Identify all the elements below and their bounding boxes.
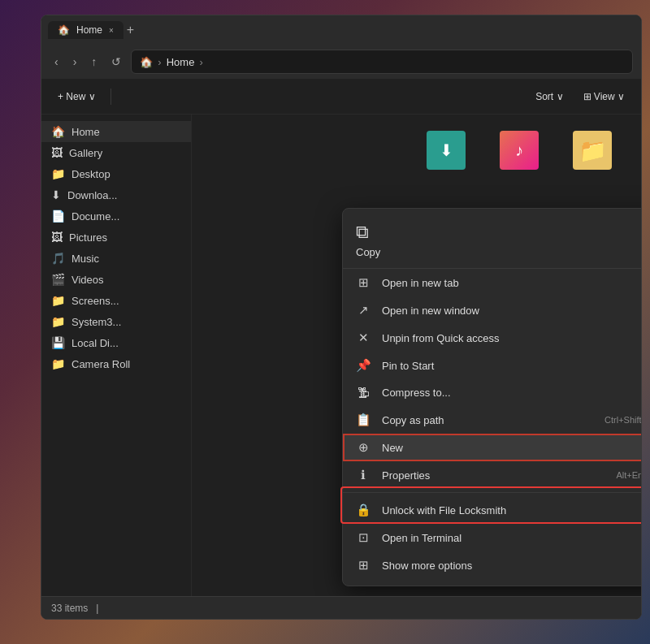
title-bar: 🏠 Home × +	[41, 15, 641, 45]
new-icon: ⊕	[356, 440, 370, 455]
ctx-copy-section: ⧉ Copy	[343, 215, 641, 269]
ctx-copy-path-label: Copy as path	[382, 414, 593, 426]
item-count: 33 items	[51, 603, 88, 614]
more-icon: ⊞	[356, 558, 370, 573]
unpin-icon: ✕	[356, 331, 370, 345]
open-window-icon: ↗	[356, 303, 370, 318]
sidebar-desktop-label: Desktop	[72, 168, 110, 180]
sidebar-item-music[interactable]: 🎵 Music	[41, 248, 191, 269]
address-home-icon: 🏠	[140, 56, 153, 68]
sidebar-documents-label: Docume...	[72, 210, 119, 223]
sidebar-item-pictures[interactable]: 🖼 Pictures	[41, 227, 191, 248]
forward-button[interactable]: ›	[68, 52, 82, 71]
camera-roll-icon: 📁	[51, 357, 65, 370]
ctx-open-new-tab-label: Open in new tab	[382, 277, 641, 289]
ctx-unlock-label: Unlock with File Locksmith	[382, 504, 641, 516]
address-bar[interactable]: 🏠 › Home ›	[131, 50, 633, 74]
sidebar-item-gallery[interactable]: 🖼 Gallery	[41, 142, 191, 163]
ctx-copy-label: Copy	[356, 246, 641, 258]
sidebar-gallery-label: Gallery	[69, 147, 102, 159]
sidebar-screenshots-label: Screens...	[72, 295, 119, 307]
nav-bar: ‹ › ↑ ↺ 🏠 › Home ›	[41, 45, 641, 79]
content-area: ⬇ ♪ 📁 show them here. 8/16/ ⧉ Copy	[192, 115, 641, 596]
ctx-new-label: New	[382, 442, 639, 454]
sidebar-music-label: Music	[72, 253, 99, 265]
up-button[interactable]: ↑	[86, 52, 102, 71]
compress-icon: 🗜	[356, 386, 370, 400]
ctx-terminal[interactable]: ⊡ Open in Terminal	[343, 524, 641, 551]
address-path: Home	[167, 56, 195, 68]
ctx-open-new-window-label: Open in new window	[382, 305, 641, 317]
cursor-indicator: |	[96, 603, 98, 614]
home-icon: 🏠	[51, 125, 65, 138]
local-disk-icon: 💾	[51, 336, 65, 349]
status-bar: 33 items |	[41, 596, 641, 619]
music-icon: 🎵	[51, 252, 65, 265]
address-sep2: ›	[199, 56, 202, 68]
ctx-properties[interactable]: ℹ Properties Alt+Enter	[343, 461, 641, 489]
sidebar: 🏠 Home 🖼 Gallery 📁 Desktop ⬇ Downloa... …	[41, 115, 192, 596]
sort-button[interactable]: Sort ∨	[527, 87, 571, 106]
ctx-open-new-tab[interactable]: ⊞ Open in new tab	[343, 269, 641, 296]
gallery-icon: 🖼	[51, 146, 63, 159]
toolbar-separator	[110, 89, 111, 105]
title-tab-close[interactable]: ×	[109, 26, 114, 35]
sidebar-downloads-label: Downloa...	[67, 189, 117, 201]
ctx-show-more[interactable]: ⊞ Show more options	[343, 551, 641, 579]
toolbar: + New ∨ Sort ∨ ⊞ View ∨	[41, 79, 641, 115]
sidebar-home-label: Home	[72, 126, 100, 138]
title-tab-icon: 🏠	[58, 24, 70, 36]
ctx-copy-path-shortcut: Ctrl+Shift+C	[604, 415, 641, 425]
sidebar-item-desktop[interactable]: 📁 Desktop	[41, 163, 191, 184]
title-tab[interactable]: 🏠 Home ×	[48, 21, 124, 39]
ctx-unpin[interactable]: ✕ Unpin from Quick access	[343, 324, 641, 352]
ctx-copy-path[interactable]: 📋 Copy as path Ctrl+Shift+C	[343, 406, 641, 434]
explorer-window: 🏠 Home × + ‹ › ↑ ↺ 🏠 › Home › + New ∨ So…	[41, 15, 642, 620]
copy-icon: ⧉	[356, 222, 641, 243]
sidebar-item-downloads[interactable]: ⬇ Downloa...	[41, 184, 191, 205]
open-tab-icon: ⊞	[356, 275, 370, 290]
music-folder-icon: ♪	[500, 131, 539, 170]
folder-grid: ⬇ ♪ 📁	[200, 123, 633, 178]
videos-icon: 🎬	[51, 273, 65, 286]
new-button[interactable]: + New ∨	[50, 87, 104, 106]
pictures-icon: 🖼	[51, 231, 63, 244]
ctx-pin-label: Pin to Start	[382, 360, 641, 372]
yellow-folder-icon: 📁	[573, 131, 612, 170]
sidebar-item-system3[interactable]: 📁 System3...	[41, 311, 191, 332]
ctx-compress-label: Compress to...	[382, 387, 639, 399]
downloads-icon: ⬇	[51, 188, 61, 201]
properties-icon: ℹ	[356, 468, 370, 482]
copy-path-icon: 📋	[356, 413, 370, 427]
sidebar-camera-roll-label: Camera Roll	[72, 358, 130, 370]
toolbar-right: Sort ∨ ⊞ View ∨	[527, 87, 633, 106]
sidebar-system3-label: System3...	[72, 316, 121, 328]
refresh-button[interactable]: ↺	[106, 52, 126, 71]
sidebar-item-home[interactable]: 🏠 Home	[41, 121, 191, 142]
tab-add-button[interactable]: +	[127, 23, 134, 37]
system3-icon: 📁	[51, 315, 65, 328]
main-content: 🏠 Home 🖼 Gallery 📁 Desktop ⬇ Downloa... …	[41, 115, 641, 596]
pin-icon: 📌	[356, 358, 370, 373]
terminal-icon: ⊡	[356, 530, 370, 545]
sidebar-item-videos[interactable]: 🎬 Videos	[41, 269, 191, 290]
ctx-show-more-label: Show more options	[382, 560, 641, 572]
sidebar-local-disk-label: Local Di...	[72, 337, 119, 349]
sidebar-item-local-disk[interactable]: 💾 Local Di...	[41, 332, 191, 353]
ctx-compress[interactable]: 🗜 Compress to... ›	[343, 379, 641, 406]
ctx-properties-shortcut: Alt+Enter	[616, 470, 641, 480]
ctx-open-new-window[interactable]: ↗ Open in new window	[343, 296, 641, 324]
sidebar-item-camera-roll[interactable]: 📁 Camera Roll	[41, 353, 191, 374]
back-button[interactable]: ‹	[50, 52, 63, 71]
folder-item-yellow[interactable]: 📁	[560, 131, 625, 170]
screenshots-icon: 📁	[51, 294, 65, 307]
ctx-unlock[interactable]: 🔒 Unlock with File Locksmith	[343, 496, 641, 524]
ctx-new[interactable]: ⊕ New ›	[343, 434, 641, 461]
title-tab-label: Home	[76, 24, 102, 36]
folder-item-music[interactable]: ♪	[487, 131, 552, 170]
ctx-pin-to-start[interactable]: 📌 Pin to Start	[343, 352, 641, 379]
sidebar-item-screenshots[interactable]: 📁 Screens...	[41, 290, 191, 311]
sidebar-item-documents[interactable]: 📄 Docume...	[41, 205, 191, 227]
view-button[interactable]: ⊞ View ∨	[575, 87, 633, 106]
folder-item-downloads[interactable]: ⬇	[414, 131, 479, 170]
